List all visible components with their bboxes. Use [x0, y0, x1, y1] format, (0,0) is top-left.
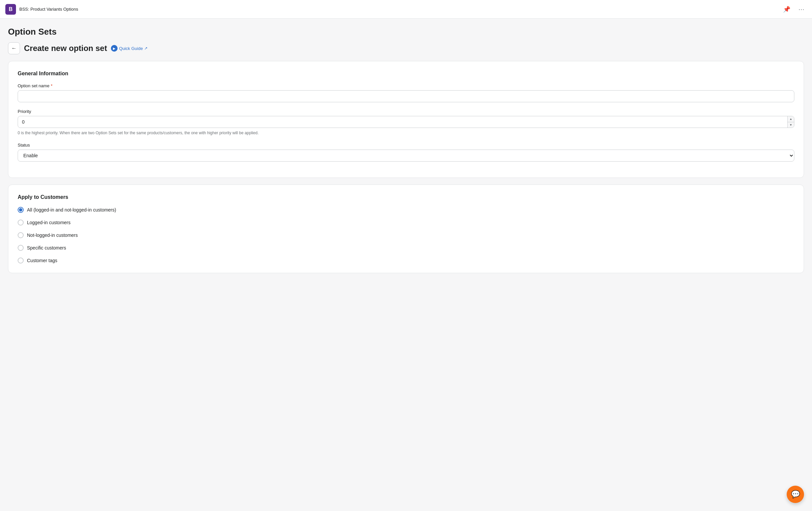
apply-to-customers-card: Apply to Customers All (logged-in and no… — [8, 184, 804, 273]
create-header: ← Create new option set ▶ Quick Guide ↗ — [8, 42, 804, 54]
radio-tags-label: Customer tags — [27, 258, 57, 263]
more-options-icon[interactable]: ⋯ — [796, 4, 807, 15]
option-set-name-group: Option set name * — [18, 83, 794, 102]
top-bar-left: B BSS: Product Variants Options — [5, 4, 78, 15]
apply-to-customers-title: Apply to Customers — [18, 194, 794, 200]
customer-radio-group: All (logged-in and not-logged-in custome… — [18, 207, 794, 263]
radio-option-tags[interactable]: Customer tags — [18, 257, 794, 263]
radio-option-logged-in[interactable]: Logged-in customers — [18, 220, 794, 226]
quick-guide-link[interactable]: ▶ Quick Guide ↗ — [111, 45, 148, 52]
spinner-buttons: ▲ ▼ — [787, 116, 794, 127]
pin-icon[interactable]: 📌 — [781, 4, 792, 15]
radio-specific[interactable] — [18, 245, 24, 251]
radio-specific-label: Specific customers — [27, 245, 66, 251]
option-set-name-label: Option set name * — [18, 83, 794, 88]
radio-all-inner — [19, 208, 22, 211]
main-content: ← Create new option set ▶ Quick Guide ↗ … — [0, 42, 812, 293]
page-title: Option Sets — [8, 27, 804, 37]
status-label: Status — [18, 143, 794, 148]
external-link-icon: ↗ — [144, 46, 148, 51]
app-title: BSS: Product Variants Options — [19, 7, 78, 12]
play-icon: ▶ — [111, 45, 118, 52]
status-select[interactable]: Enable Disable — [18, 149, 794, 162]
top-bar: B BSS: Product Variants Options 📌 ⋯ — [0, 0, 812, 19]
app-icon: B — [5, 4, 16, 15]
general-info-title: General Information — [18, 70, 794, 77]
priority-group: Priority ▲ ▼ 0 is the highest priority. … — [18, 109, 794, 136]
spinner-up-button[interactable]: ▲ — [788, 116, 794, 122]
radio-not-logged-in-label: Not-logged-in customers — [27, 232, 78, 238]
general-information-card: General Information Option set name * Pr… — [8, 61, 804, 178]
option-set-name-input[interactable] — [18, 90, 794, 102]
radio-logged-in[interactable] — [18, 220, 24, 226]
radio-option-specific[interactable]: Specific customers — [18, 245, 794, 251]
radio-all[interactable] — [18, 207, 24, 213]
priority-label: Priority — [18, 109, 794, 114]
radio-tags[interactable] — [18, 257, 24, 263]
radio-all-label: All (logged-in and not-logged-in custome… — [27, 207, 116, 212]
radio-logged-in-label: Logged-in customers — [27, 220, 70, 225]
radio-option-all[interactable]: All (logged-in and not-logged-in custome… — [18, 207, 794, 213]
top-bar-right: 📌 ⋯ — [781, 4, 807, 15]
status-group: Status Enable Disable — [18, 143, 794, 162]
page-header: Option Sets — [0, 19, 812, 42]
required-indicator: * — [51, 83, 52, 88]
chat-button[interactable]: 💬 — [787, 486, 804, 503]
back-button[interactable]: ← — [8, 42, 20, 54]
priority-input[interactable] — [18, 116, 787, 127]
radio-not-logged-in[interactable] — [18, 232, 24, 238]
radio-option-not-logged-in[interactable]: Not-logged-in customers — [18, 232, 794, 238]
priority-input-wrapper: ▲ ▼ — [18, 116, 794, 128]
create-title: Create new option set — [24, 44, 107, 53]
spinner-down-button[interactable]: ▼ — [788, 122, 794, 128]
priority-hint: 0 is the highest priority. When there ar… — [18, 130, 794, 136]
